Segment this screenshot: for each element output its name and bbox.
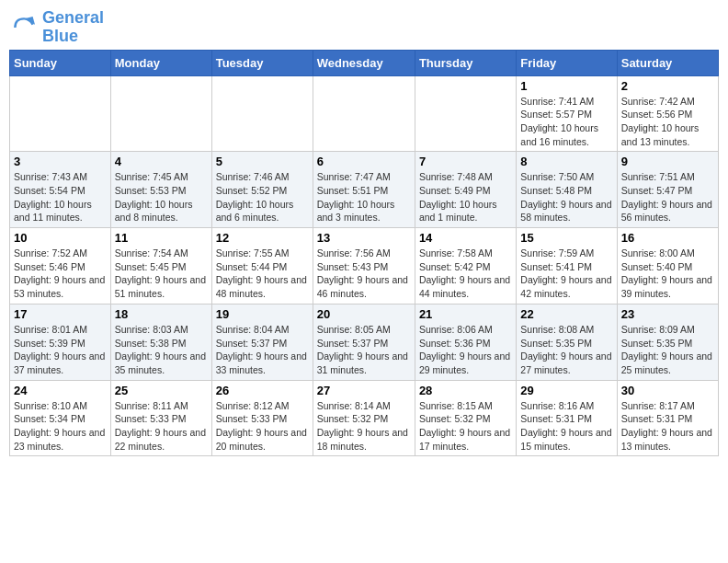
- page-header: General Blue: [9, 9, 719, 46]
- day-of-week-header: SundayMondayTuesdayWednesdayThursdayFrid…: [10, 50, 719, 75]
- day-info: Sunrise: 7:54 AM Sunset: 5:45 PM Dayligh…: [115, 247, 208, 301]
- day-of-week-sunday: Sunday: [10, 50, 111, 75]
- day-cell: 30Sunrise: 8:17 AM Sunset: 5:31 PM Dayli…: [617, 380, 718, 456]
- day-cell: 5Sunrise: 7:46 AM Sunset: 5:52 PM Daylig…: [211, 152, 313, 228]
- day-number: 11: [115, 231, 208, 245]
- day-number: 7: [419, 155, 512, 168]
- day-number: 1: [520, 79, 612, 93]
- day-cell: 23Sunrise: 8:09 AM Sunset: 5:35 PM Dayli…: [617, 304, 718, 380]
- day-number: 30: [621, 384, 714, 397]
- day-cell: 29Sunrise: 8:16 AM Sunset: 5:31 PM Dayli…: [517, 380, 617, 456]
- day-info: Sunrise: 8:06 AM Sunset: 5:36 PM Dayligh…: [419, 323, 512, 377]
- week-row-4: 17Sunrise: 8:01 AM Sunset: 5:39 PM Dayli…: [10, 304, 719, 380]
- day-number: 10: [14, 231, 107, 245]
- day-info: Sunrise: 7:48 AM Sunset: 5:49 PM Dayligh…: [419, 170, 512, 224]
- day-info: Sunrise: 7:41 AM Sunset: 5:57 PM Dayligh…: [520, 95, 612, 149]
- day-info: Sunrise: 8:00 AM Sunset: 5:40 PM Dayligh…: [621, 247, 714, 301]
- day-cell: 4Sunrise: 7:45 AM Sunset: 5:53 PM Daylig…: [110, 152, 211, 228]
- day-number: 28: [419, 384, 512, 397]
- day-number: 25: [115, 384, 208, 397]
- day-cell: 11Sunrise: 7:54 AM Sunset: 5:45 PM Dayli…: [110, 228, 211, 304]
- day-number: 22: [520, 307, 612, 321]
- day-cell: 26Sunrise: 8:12 AM Sunset: 5:33 PM Dayli…: [211, 380, 313, 456]
- day-number: 18: [115, 307, 208, 321]
- week-row-1: 1Sunrise: 7:41 AM Sunset: 5:57 PM Daylig…: [10, 75, 719, 152]
- day-cell: 6Sunrise: 7:47 AM Sunset: 5:51 PM Daylig…: [313, 152, 415, 228]
- day-cell: 28Sunrise: 8:15 AM Sunset: 5:32 PM Dayli…: [415, 380, 516, 456]
- day-number: 13: [317, 231, 411, 245]
- day-number: 27: [317, 384, 411, 397]
- day-number: 20: [317, 307, 411, 321]
- day-cell: 7Sunrise: 7:48 AM Sunset: 5:49 PM Daylig…: [415, 152, 516, 228]
- day-cell: 10Sunrise: 7:52 AM Sunset: 5:46 PM Dayli…: [10, 228, 111, 304]
- day-cell: 27Sunrise: 8:14 AM Sunset: 5:32 PM Dayli…: [313, 380, 415, 456]
- day-number: 3: [14, 155, 107, 168]
- day-cell: 25Sunrise: 8:11 AM Sunset: 5:33 PM Dayli…: [110, 380, 211, 456]
- day-info: Sunrise: 8:04 AM Sunset: 5:37 PM Dayligh…: [216, 323, 309, 377]
- day-info: Sunrise: 7:43 AM Sunset: 5:54 PM Dayligh…: [14, 170, 107, 224]
- day-info: Sunrise: 7:55 AM Sunset: 5:44 PM Dayligh…: [216, 247, 309, 301]
- day-number: 15: [520, 231, 612, 245]
- calendar-table: SundayMondayTuesdayWednesdayThursdayFrid…: [9, 50, 719, 457]
- day-info: Sunrise: 8:10 AM Sunset: 5:34 PM Dayligh…: [14, 399, 107, 454]
- logo-text: General Blue: [42, 9, 104, 46]
- day-cell: 9Sunrise: 7:51 AM Sunset: 5:47 PM Daylig…: [617, 152, 718, 228]
- day-number: 24: [14, 384, 107, 397]
- day-cell: 24Sunrise: 8:10 AM Sunset: 5:34 PM Dayli…: [10, 380, 111, 456]
- day-cell: [415, 75, 516, 152]
- day-cell: 17Sunrise: 8:01 AM Sunset: 5:39 PM Dayli…: [10, 304, 111, 380]
- day-cell: 14Sunrise: 7:58 AM Sunset: 5:42 PM Dayli…: [415, 228, 516, 304]
- day-of-week-monday: Monday: [110, 50, 211, 75]
- day-of-week-friday: Friday: [517, 50, 617, 75]
- day-cell: 3Sunrise: 7:43 AM Sunset: 5:54 PM Daylig…: [10, 152, 111, 228]
- day-info: Sunrise: 8:03 AM Sunset: 5:38 PM Dayligh…: [115, 323, 208, 377]
- day-cell: 20Sunrise: 8:05 AM Sunset: 5:37 PM Dayli…: [313, 304, 415, 380]
- day-number: 21: [419, 307, 512, 321]
- day-number: 19: [216, 307, 309, 321]
- day-info: Sunrise: 7:50 AM Sunset: 5:48 PM Dayligh…: [520, 170, 612, 224]
- week-row-2: 3Sunrise: 7:43 AM Sunset: 5:54 PM Daylig…: [10, 152, 719, 228]
- day-number: 6: [317, 155, 411, 168]
- day-info: Sunrise: 8:17 AM Sunset: 5:31 PM Dayligh…: [621, 399, 714, 454]
- day-info: Sunrise: 8:12 AM Sunset: 5:33 PM Dayligh…: [216, 399, 309, 454]
- day-info: Sunrise: 7:42 AM Sunset: 5:56 PM Dayligh…: [621, 95, 714, 149]
- day-cell: 21Sunrise: 8:06 AM Sunset: 5:36 PM Dayli…: [415, 304, 516, 380]
- day-info: Sunrise: 8:11 AM Sunset: 5:33 PM Dayligh…: [115, 399, 208, 454]
- day-cell: [211, 75, 313, 152]
- day-info: Sunrise: 8:08 AM Sunset: 5:35 PM Dayligh…: [520, 323, 612, 377]
- logo: General Blue: [9, 9, 104, 46]
- day-number: 17: [14, 307, 107, 321]
- day-cell: 2Sunrise: 7:42 AM Sunset: 5:56 PM Daylig…: [617, 75, 718, 152]
- day-cell: [313, 75, 415, 152]
- day-cell: 18Sunrise: 8:03 AM Sunset: 5:38 PM Dayli…: [110, 304, 211, 380]
- day-number: 16: [621, 231, 714, 245]
- day-number: 14: [419, 231, 512, 245]
- day-number: 23: [621, 307, 714, 321]
- day-info: Sunrise: 8:09 AM Sunset: 5:35 PM Dayligh…: [621, 323, 714, 377]
- day-info: Sunrise: 8:16 AM Sunset: 5:31 PM Dayligh…: [520, 399, 612, 454]
- day-info: Sunrise: 7:59 AM Sunset: 5:41 PM Dayligh…: [520, 247, 612, 301]
- day-info: Sunrise: 8:14 AM Sunset: 5:32 PM Dayligh…: [317, 399, 411, 454]
- day-info: Sunrise: 7:52 AM Sunset: 5:46 PM Dayligh…: [14, 247, 107, 301]
- day-of-week-thursday: Thursday: [415, 50, 516, 75]
- day-cell: 13Sunrise: 7:56 AM Sunset: 5:43 PM Dayli…: [313, 228, 415, 304]
- day-number: 9: [621, 155, 714, 168]
- day-number: 5: [216, 155, 309, 168]
- day-number: 2: [621, 79, 714, 93]
- day-cell: 19Sunrise: 8:04 AM Sunset: 5:37 PM Dayli…: [211, 304, 313, 380]
- day-number: 8: [520, 155, 612, 168]
- day-info: Sunrise: 7:58 AM Sunset: 5:42 PM Dayligh…: [419, 247, 512, 301]
- day-info: Sunrise: 7:45 AM Sunset: 5:53 PM Dayligh…: [115, 170, 208, 224]
- day-info: Sunrise: 7:56 AM Sunset: 5:43 PM Dayligh…: [317, 247, 411, 301]
- calendar-body: 1Sunrise: 7:41 AM Sunset: 5:57 PM Daylig…: [10, 75, 719, 456]
- day-number: 4: [115, 155, 208, 168]
- logo-icon: [9, 13, 39, 42]
- day-info: Sunrise: 8:15 AM Sunset: 5:32 PM Dayligh…: [419, 399, 512, 454]
- day-cell: 15Sunrise: 7:59 AM Sunset: 5:41 PM Dayli…: [517, 228, 617, 304]
- day-cell: 8Sunrise: 7:50 AM Sunset: 5:48 PM Daylig…: [517, 152, 617, 228]
- day-cell: [110, 75, 211, 152]
- day-info: Sunrise: 7:47 AM Sunset: 5:51 PM Dayligh…: [317, 170, 411, 224]
- day-info: Sunrise: 8:01 AM Sunset: 5:39 PM Dayligh…: [14, 323, 107, 377]
- day-of-week-saturday: Saturday: [617, 50, 718, 75]
- week-row-3: 10Sunrise: 7:52 AM Sunset: 5:46 PM Dayli…: [10, 228, 719, 304]
